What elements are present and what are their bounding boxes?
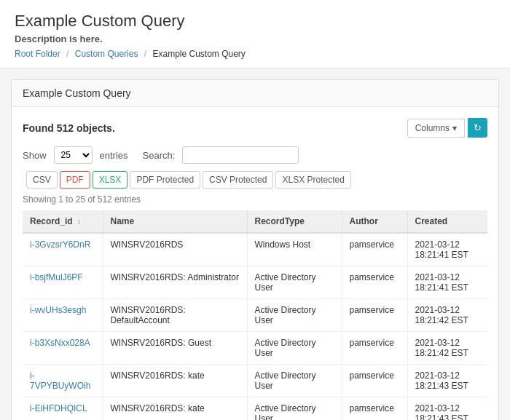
panel-title: Example Custom Query (12, 80, 498, 107)
cell-recordtype: Active Directory User (247, 266, 342, 299)
cell-author: pamservice (342, 365, 407, 397)
entries-select[interactable]: 10 25 50 100 (54, 146, 93, 164)
breadcrumb-current: Example Custom Query (152, 49, 245, 59)
cell-author: pamservice (342, 266, 407, 299)
cell-name: WINSRV2016RDS (103, 233, 247, 266)
record-id-link[interactable]: i-bsjfMulJ6PF (30, 272, 83, 282)
cell-record-id: i-wvUHs3esgh (23, 299, 103, 332)
table-row: i-EiHFDHQICLWINSRV2016RDS: kateActive Di… (23, 397, 487, 421)
record-id-link[interactable]: i-EiHFDHQICL (30, 403, 87, 413)
cell-name: WINSRV2016RDS: DefaultAccount (103, 299, 247, 332)
table-row: i-3GvzsrY6DnRWINSRV2016RDSWindows Hostpa… (23, 233, 487, 266)
cell-recordtype: Active Directory User (247, 332, 342, 365)
cell-record-id: i-bsjfMulJ6PF (23, 266, 103, 299)
main-panel: Example Custom Query Found 512 objects. … (11, 79, 499, 420)
cell-created: 2021-03-12 18:21:41 EST (407, 233, 487, 266)
breadcrumb-separator-2: / (144, 49, 146, 59)
breadcrumb-parent[interactable]: Custom Queries (75, 49, 138, 59)
header-section: Example Custom Query Description is here… (0, 0, 510, 68)
show-label: Show (23, 150, 47, 161)
col-header-record-id: Record_id ↕ (23, 210, 103, 233)
table-header-row: Record_id ↕ Name RecordType Author Creat… (23, 210, 487, 233)
export-pdf-button[interactable]: PDF (60, 171, 90, 189)
controls-row: Show 10 25 50 100 entries Search: CSV PD… (23, 146, 487, 189)
table-row: i-7VPYBUyWOihWINSRV2016RDS: kateActive D… (23, 365, 487, 397)
breadcrumb: Root Folder / Custom Queries / Example C… (15, 49, 495, 59)
cell-name: WINSRV2016RDS: kate (103, 397, 247, 421)
record-id-link[interactable]: i-3GvzsrY6DnR (30, 239, 90, 250)
refresh-button[interactable]: ↻ (468, 118, 487, 138)
col-header-author: Author (342, 210, 407, 233)
record-id-link[interactable]: i-7VPYBUyWOih (30, 371, 90, 391)
refresh-icon: ↻ (474, 122, 482, 133)
table-row: i-bsjfMulJ6PFWINSRV2016RDS: Administrato… (23, 266, 487, 299)
export-csv-button[interactable]: CSV (26, 171, 58, 189)
columns-button[interactable]: Columns ▾ (407, 119, 465, 138)
table-row: i-wvUHs3esghWINSRV2016RDS: DefaultAccoun… (23, 299, 487, 332)
cell-recordtype: Windows Host (247, 233, 342, 266)
cell-created: 2021-03-12 18:21:42 EST (407, 332, 487, 365)
search-label: Search: (143, 150, 176, 161)
cell-created: 2021-03-12 18:21:41 EST (407, 266, 487, 299)
cell-name: WINSRV2016RDS: Guest (103, 332, 247, 365)
found-text: Found 512 objects. (23, 122, 115, 134)
page-title: Example Custom Query (15, 12, 495, 31)
page-description: Description is here. (15, 33, 495, 44)
export-xlsx-protected-button[interactable]: XLSX Protected (275, 171, 350, 189)
cell-name: WINSRV2016RDS: Administrator (103, 266, 247, 299)
export-buttons: CSV PDF XLSX PDF Protected CSV Protected… (26, 171, 351, 189)
cell-author: pamservice (342, 397, 407, 421)
cell-author: pamservice (342, 332, 407, 365)
cell-author: pamservice (342, 299, 407, 332)
cell-author: pamservice (342, 233, 407, 266)
cell-created: 2021-03-12 18:21:42 EST (407, 299, 487, 332)
export-csv-protected-button[interactable]: CSV Protected (203, 171, 273, 189)
top-row: Found 512 objects. Columns ▾ ↻ (23, 118, 487, 138)
cell-record-id: i-3GvzsrY6DnR (23, 233, 103, 266)
export-pdf-protected-button[interactable]: PDF Protected (130, 171, 200, 189)
cell-recordtype: Active Directory User (247, 299, 342, 332)
search-input[interactable] (182, 146, 299, 164)
columns-label: Columns (415, 123, 450, 133)
cell-recordtype: Active Directory User (247, 397, 342, 421)
cell-recordtype: Active Directory User (247, 365, 342, 397)
cell-created: 2021-03-12 18:21:43 EST (407, 397, 487, 421)
content-area: Found 512 objects. Columns ▾ ↻ Show 10 2… (12, 107, 498, 420)
col-header-created: Created (407, 210, 487, 233)
record-id-link[interactable]: i-b3XsNxx028A (30, 338, 90, 348)
showing-text: Showing 1 to 25 of 512 entries (23, 194, 487, 205)
cell-created: 2021-03-12 18:21:43 EST (407, 365, 487, 397)
sort-icon-record-id[interactable]: ↕ (77, 218, 81, 226)
table-row: i-b3XsNxx028AWINSRV2016RDS: GuestActive … (23, 332, 487, 365)
export-xlsx-button[interactable]: XLSX (93, 171, 128, 189)
columns-button-group: Columns ▾ ↻ (407, 118, 487, 138)
breadcrumb-separator-1: / (66, 49, 68, 59)
col-header-recordtype: RecordType (247, 210, 342, 233)
breadcrumb-root[interactable]: Root Folder (15, 49, 60, 59)
entries-label: entries (100, 150, 128, 161)
cell-record-id: i-EiHFDHQICL (23, 397, 103, 421)
cell-name: WINSRV2016RDS: kate (103, 365, 247, 397)
cell-record-id: i-b3XsNxx028A (23, 332, 103, 365)
cell-record-id: i-7VPYBUyWOih (23, 365, 103, 397)
columns-chevron-icon: ▾ (452, 123, 457, 133)
table-body: i-3GvzsrY6DnRWINSRV2016RDSWindows Hostpa… (23, 233, 487, 420)
results-table: Record_id ↕ Name RecordType Author Creat… (23, 210, 487, 420)
col-header-name: Name (103, 210, 247, 233)
record-id-link[interactable]: i-wvUHs3esgh (30, 305, 86, 315)
